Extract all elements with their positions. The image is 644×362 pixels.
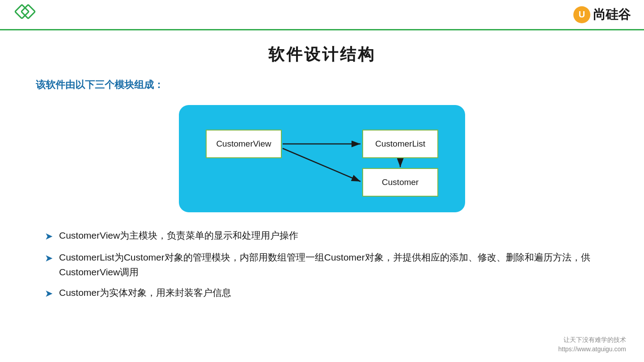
- page-title: 软件设计结构: [36, 44, 608, 66]
- bullet-item-1: ➤ CustomerView为主模块，负责菜单的显示和处理用户操作: [45, 228, 608, 244]
- box-customer: Customer: [362, 168, 438, 197]
- architecture-diagram: CustomerView CustomerList Customer: [179, 105, 465, 212]
- diamond-logo-icon: [13, 3, 37, 26]
- header: U 尚硅谷: [0, 0, 644, 30]
- bullet-item-2: ➤ CustomerList为Customer对象的管理模块，内部用数组管理一组…: [45, 250, 608, 279]
- box-customer-view: CustomerView: [206, 130, 282, 158]
- footer-watermark: 让天下没有难学的技术 https://www.atguigu.com: [558, 335, 626, 354]
- bullet-arrow-3: ➤: [45, 286, 53, 301]
- brand-logo: U 尚硅谷: [573, 6, 631, 23]
- bullet-arrow-1: ➤: [45, 229, 53, 244]
- footer-line2: https://www.atguigu.com: [558, 345, 626, 354]
- bullet-arrow-2: ➤: [45, 251, 53, 266]
- bullet-list: ➤ CustomerView为主模块，负责菜单的显示和处理用户操作 ➤ Cust…: [45, 228, 608, 301]
- brand-name: 尚硅谷: [593, 6, 631, 23]
- main-content: 软件设计结构 该软件由以下三个模块组成： CustomerView Custom…: [0, 30, 644, 316]
- svg-line-4: [283, 148, 360, 181]
- brand-u-icon: U: [573, 6, 590, 23]
- bullet-item-3: ➤ Customer为实体对象，用来封装客户信息: [45, 286, 608, 301]
- diagram-inner: CustomerView CustomerList Customer: [206, 121, 438, 197]
- footer-line1: 让天下没有难学的技术: [558, 335, 626, 345]
- subtitle: 该软件由以下三个模块组成：: [36, 78, 608, 92]
- box-customer-list: CustomerList: [362, 130, 438, 158]
